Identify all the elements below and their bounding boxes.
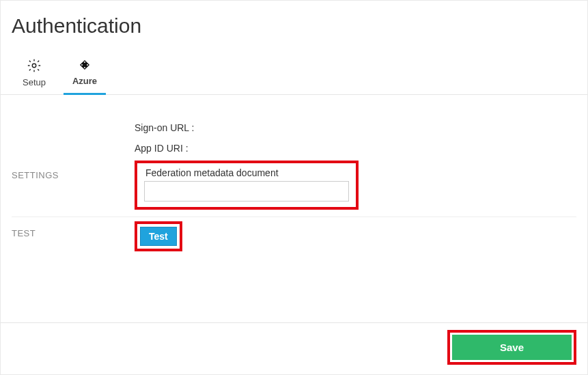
svg-point-0 — [32, 64, 36, 68]
footer: Save — [1, 322, 587, 374]
save-button[interactable]: Save — [452, 335, 572, 360]
gear-icon — [17, 58, 51, 73]
svg-point-2 — [84, 61, 85, 63]
test-button[interactable]: Test — [140, 227, 177, 246]
test-highlight: Test — [135, 221, 182, 251]
content: SETTINGS Sign-on URL : App ID URI : Fede… — [1, 95, 587, 258]
tab-setup-label: Setup — [17, 77, 51, 87]
page-title: Authentication — [12, 14, 587, 38]
tabs: Setup Azure — [1, 58, 587, 95]
svg-point-3 — [84, 67, 85, 68]
tab-setup[interactable]: Setup — [17, 58, 51, 94]
diamond-icon — [68, 58, 102, 72]
tab-azure-label: Azure — [68, 76, 102, 86]
federation-label: Federation metadata document — [144, 166, 349, 181]
save-highlight: Save — [447, 330, 576, 365]
settings-section-label: SETTINGS — [12, 122, 135, 210]
app-id-uri-label: App ID URI : — [135, 143, 188, 154]
svg-point-4 — [81, 64, 83, 66]
federation-input[interactable] — [144, 181, 349, 202]
federation-highlight: Federation metadata document — [135, 161, 359, 210]
tab-azure[interactable]: Azure — [68, 58, 102, 94]
test-section: TEST Test — [12, 217, 576, 258]
settings-section: SETTINGS Sign-on URL : App ID URI : Fede… — [12, 115, 576, 217]
svg-point-5 — [87, 64, 88, 66]
signon-url-label: Sign-on URL : — [135, 122, 194, 133]
test-section-label: TEST — [12, 224, 135, 251]
